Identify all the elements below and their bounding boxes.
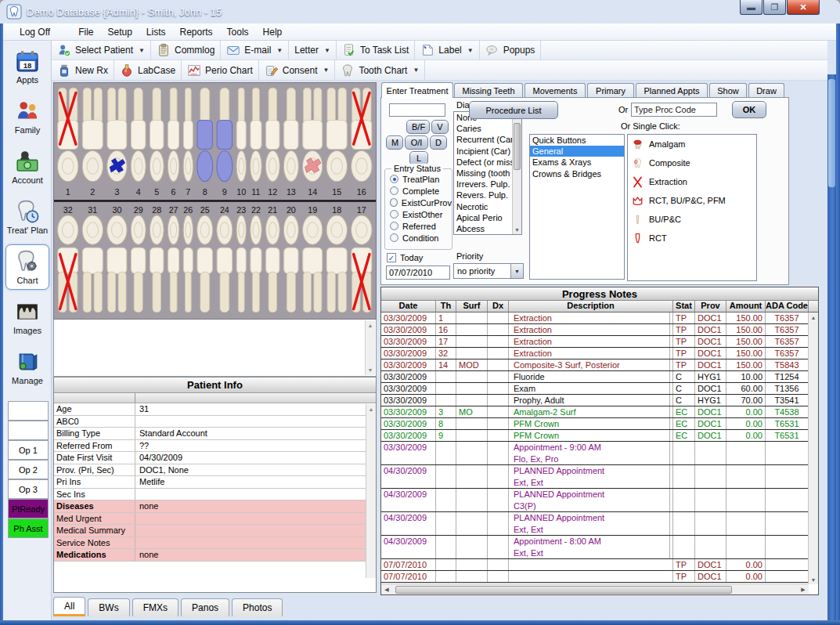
proc-code-input[interactable]	[631, 103, 717, 117]
column-header-date[interactable]: Date	[381, 301, 436, 312]
tooth-28[interactable]: 28	[150, 205, 164, 312]
today-checkbox[interactable]: ✓	[387, 253, 396, 262]
scroll-down-icon[interactable]: ▼	[366, 365, 375, 375]
progress-note-row[interactable]: 03/30/200914MODComposite-3 Surf, Posteri…	[381, 359, 809, 371]
scroll-down-icon[interactable]: ▼	[809, 575, 818, 584]
tab-planned-appts[interactable]: Planned Appts	[636, 83, 708, 98]
operatory-button-ptready[interactable]: PtReady	[8, 499, 49, 518]
entry-status-radio-condition[interactable]: Condition	[390, 232, 452, 244]
progress-notes-hscrollbar[interactable]: ◀ ▶	[381, 583, 809, 594]
diagnosis-option[interactable]: Irrevers. Pulp.	[454, 179, 513, 190]
toolbar-button-new-rx[interactable]: New Rx	[52, 60, 114, 80]
single-click-listbox[interactable]: AmalgamCompositeExtractionRCT, BU/P&C, P…	[627, 134, 757, 281]
tooth-21[interactable]: 21	[265, 205, 279, 312]
entry-status-radio-referred[interactable]: Referred	[390, 220, 452, 232]
radio-icon[interactable]	[390, 175, 398, 183]
progress-note-row[interactable]: 03/30/2009FluorideCHYG110.00T1254	[381, 371, 809, 383]
tooth-19[interactable]: 19	[302, 205, 322, 312]
tooth-3[interactable]: 3	[107, 88, 127, 197]
single-click-composite[interactable]: Composite	[628, 154, 756, 172]
tooth-23[interactable]: 23	[236, 205, 246, 312]
chevron-down-icon[interactable]: ▼	[467, 47, 474, 54]
tab-enter-treatment[interactable]: Enter Treatment	[381, 82, 453, 98]
surface-button-o-i[interactable]: O/I	[405, 135, 428, 150]
progress-note-row[interactable]: 03/30/20098PFM CrownECDOC10.00T6531	[381, 418, 809, 430]
column-header-surf[interactable]: Surf	[456, 301, 488, 312]
diagnosis-option[interactable]: Defect (or miss	[454, 157, 513, 168]
quick-list-option[interactable]: General	[530, 146, 624, 157]
operatory-button-op-2[interactable]: Op 2	[8, 460, 49, 479]
progress-note-row[interactable]: 03/30/2009Prophy, AdultCHYG170.00T3541	[381, 395, 809, 406]
sidebar-item-appts[interactable]: 18Appts	[5, 44, 49, 89]
chevron-down-icon[interactable]: ▼	[510, 264, 523, 278]
tooth-2[interactable]: 2	[82, 88, 103, 197]
entry-status-radio-treatplan[interactable]: TreatPlan	[390, 173, 452, 185]
toolbar-button-labcase[interactable]: LabCase	[114, 60, 182, 80]
image-tab-fmxs[interactable]: FMXs	[132, 598, 178, 616]
progress-note-row[interactable]: 03/30/2009ExamCDOC160.00T1356	[381, 383, 809, 395]
scroll-thumb[interactable]	[395, 586, 732, 594]
scroll-left-icon[interactable]: ◀	[381, 587, 392, 593]
tooth-25[interactable]: 25	[197, 205, 213, 312]
progress-note-row[interactable]: 04/30/2009PLANNED AppointmentExt, Ext	[381, 465, 809, 489]
progress-note-row[interactable]: 04/30/2009Appointment - 8:00 AMExt, Ext	[381, 536, 809, 559]
toolbar-button-perio-chart[interactable]: Perio Chart	[182, 60, 259, 80]
chevron-down-icon[interactable]: ▼	[413, 67, 419, 74]
progress-note-row[interactable]: 04/30/2009PLANNED AppointmentC3(P)	[381, 489, 809, 512]
tab-draw[interactable]: Draw	[748, 83, 784, 98]
tooth-16[interactable]: 16	[352, 88, 372, 197]
tooth-22[interactable]: 22	[251, 205, 262, 312]
scroll-thumb[interactable]	[828, 79, 835, 187]
toolbar-button-letter[interactable]: Letter▼	[289, 41, 337, 60]
menu-item-help[interactable]: Help	[256, 25, 290, 39]
sidebar-item-account[interactable]: Account	[5, 144, 49, 190]
column-header-ada-code[interactable]: ADA Code	[766, 301, 809, 312]
single-click-extraction[interactable]: Extraction	[628, 172, 756, 191]
radio-icon[interactable]	[390, 222, 398, 230]
progress-note-row[interactable]: 03/30/20099PFM CrownECDOC10.00T6531	[381, 430, 809, 442]
chevron-down-icon[interactable]: ▼	[324, 47, 330, 54]
tooth-10[interactable]: 10	[236, 88, 246, 197]
entry-status-radio-complete[interactable]: Complete	[390, 185, 452, 197]
column-header-stat[interactable]: Stat	[673, 301, 695, 312]
tooth-12[interactable]: 12	[265, 88, 279, 197]
diagnosis-option[interactable]: Recurrent (Car)	[454, 134, 513, 145]
image-tab-bws[interactable]: BWs	[88, 598, 129, 616]
tooth-17[interactable]: 17	[352, 205, 372, 312]
progress-note-row[interactable]: 03/30/20091ExtractionTPDOC1150.00T6357	[381, 312, 809, 324]
priority-dropdown[interactable]: no priority ▼	[453, 263, 524, 279]
scroll-down-icon[interactable]: ▼	[513, 225, 521, 234]
sidebar-item-manage[interactable]: Manage	[5, 345, 49, 390]
progress-note-row[interactable]: 03/30/200917ExtractionTPDOC1150.00T6357	[381, 336, 809, 348]
minimize-button[interactable]: ▬	[740, 0, 762, 15]
scroll-up-icon[interactable]: ▲	[366, 404, 376, 414]
tab-show[interactable]: Show	[709, 83, 747, 98]
tab-movements[interactable]: Movements	[525, 83, 586, 98]
operatory-button-ph-asst[interactable]: Ph Asst	[8, 518, 49, 538]
scroll-right-icon[interactable]: ▶	[798, 587, 809, 593]
tooth-24[interactable]: 24	[217, 205, 233, 312]
treatment-entry-input[interactable]	[389, 103, 445, 117]
progress-note-row[interactable]: 03/30/200932ExtractionTPDOC1150.00T6357	[381, 348, 809, 359]
tooth-32[interactable]: 32	[58, 205, 78, 312]
quick-list-option[interactable]: Quick Buttons	[530, 135, 624, 146]
tooth-29[interactable]: 29	[131, 205, 146, 312]
tooth-5[interactable]: 5	[150, 88, 164, 197]
image-tab-all[interactable]: All	[53, 597, 85, 616]
ok-button[interactable]: OK	[732, 101, 766, 118]
column-header-description[interactable]: Description	[509, 301, 673, 312]
menu-item-reports[interactable]: Reports	[173, 25, 220, 39]
tooth-1[interactable]: 1	[58, 88, 78, 197]
diagnosis-option[interactable]: Abcess	[454, 223, 513, 234]
toolbar-button-label[interactable]: Label▼	[415, 41, 479, 60]
quick-list-option[interactable]: Crowns & Bridges	[530, 168, 624, 179]
single-click-amalgam[interactable]: Amalgam	[628, 135, 756, 154]
procedure-list-button[interactable]: Procedure List	[469, 101, 558, 119]
tooth-27[interactable]: 27	[168, 205, 179, 312]
window-vscrollbar[interactable]	[827, 74, 836, 620]
sidebar-item-family[interactable]: Family	[5, 94, 49, 139]
radio-icon[interactable]	[390, 198, 398, 207]
tooth-18[interactable]: 18	[326, 205, 347, 312]
diagnosis-option[interactable]: Missing (tooth s	[454, 168, 513, 179]
procedure-date-input[interactable]	[386, 266, 450, 280]
